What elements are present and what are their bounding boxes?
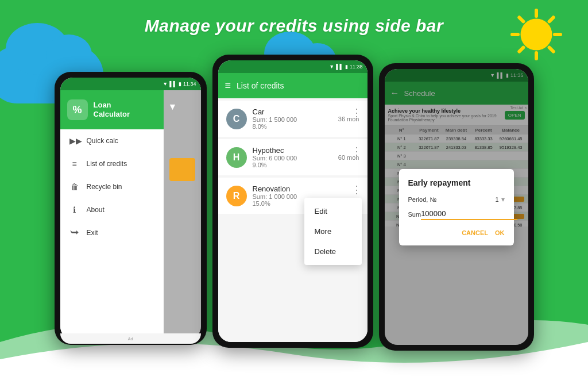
context-menu-more[interactable]: More	[304, 221, 362, 241]
credit-info-car: Car Sum: 1 500 000 8.0%	[253, 107, 332, 130]
action-button-hint	[169, 158, 195, 181]
about-label: About	[87, 206, 105, 214]
credit-item-hypothec[interactable]: H Hypothec Sum: 6 000 000 9.0% 60 mon ⋮	[218, 139, 368, 175]
dialog-title: Early repayment	[408, 178, 505, 187]
overlay-hint: ▼	[164, 90, 201, 124]
status-bar-2: ▼ ▌▌ ▮ 11:38	[218, 60, 368, 73]
phone-credits: ▼ ▌▌ ▮ 11:38 ≡ List of credits C Car Sum	[212, 55, 373, 348]
credit-percent-hypothec: 9.0%	[253, 162, 332, 168]
app-logo: %	[67, 99, 88, 120]
app-name: LoanCalculator	[94, 101, 130, 118]
sidebar-header: % LoanCalculator	[60, 90, 164, 129]
credit-avatar-renovation: R	[226, 186, 247, 206]
credits-list-title: List of credits	[237, 81, 284, 90]
context-menu-delete[interactable]: Delete	[304, 241, 362, 262]
time-display-2: 11:38	[350, 64, 363, 70]
phone-schedule: ▼ ▌▌ ▮ 11:35 ← Schedule Achieve your hea…	[379, 63, 534, 351]
battery-icon-2: ▮	[345, 64, 348, 70]
wifi-icon: ▼	[163, 81, 168, 87]
credit-name-car: Car	[253, 107, 332, 116]
list-icon: ≡	[69, 159, 80, 168]
credit-info-hypothec: Hypothec Sum: 6 000 000 9.0%	[253, 146, 332, 168]
sidebar-layout: % LoanCalculator ▶▶ Quick calc ≡ List of…	[60, 90, 201, 339]
sidebar-item-about[interactable]: ℹ About	[60, 198, 164, 221]
credit-sum-hypothec: Sum: 6 000 000	[253, 155, 332, 162]
percent-icon: %	[72, 104, 82, 116]
credit-avatar-car: C	[226, 109, 247, 129]
phones-container: ▼ ▌▌ ▮ 11:34 % LoanCalculator	[0, 55, 588, 351]
sidebar-overlay: ▼	[164, 90, 201, 339]
sum-label: Sum	[408, 211, 421, 218]
status-bar-1: ▼ ▌▌ ▮ 11:34	[60, 78, 201, 90]
battery-icon: ▮	[179, 81, 181, 87]
credit-sum-car: Sum: 1 500 000	[253, 116, 332, 123]
quickcalc-label: Quick calc	[87, 137, 118, 145]
signal-icon: ▌▌	[169, 81, 177, 87]
sidebar-menu: % LoanCalculator ▶▶ Quick calc ≡ List of…	[60, 90, 164, 339]
recyclebin-label: Recycle bin	[87, 183, 122, 191]
sum-input[interactable]	[421, 209, 517, 220]
sidebar-item-recyclebin[interactable]: 🗑 Recycle bin	[60, 175, 164, 198]
quickcalc-icon: ▶▶	[69, 136, 80, 145]
page-title: Manage your credits using side bar	[0, 16, 588, 36]
period-label: Period, №	[408, 196, 496, 203]
sidebar-item-listofcredits[interactable]: ≡ List of credits	[60, 152, 164, 175]
wifi-icon-2: ▼	[329, 64, 334, 70]
info-icon: ℹ	[69, 205, 80, 214]
credit-item-car[interactable]: C Car Sum: 1 500 000 8.0% 36 mon ⋮	[218, 101, 368, 137]
more-icon-renovation[interactable]: ⋮	[351, 183, 362, 196]
status-icons-1: ▼ ▌▌ ▮ 11:34	[163, 81, 196, 87]
sun-ray	[517, 45, 526, 54]
dialog-period-field: Period, № 1 ▾	[408, 195, 505, 203]
sidebar-item-quickcalc[interactable]: ▶▶ Quick calc	[60, 129, 164, 152]
more-icon-hypothec[interactable]: ⋮	[351, 145, 362, 157]
dropdown-icon: ▾	[501, 195, 505, 203]
signal-icon-2: ▌▌	[336, 64, 343, 70]
sun-ray	[547, 45, 556, 54]
dialog-actions: CANCEL OK	[408, 229, 505, 236]
phone-sidebar: ▼ ▌▌ ▮ 11:34 % LoanCalculator	[55, 72, 207, 345]
early-repayment-dialog: Early repayment Period, № 1 ▾ Sum CANCEL	[399, 169, 514, 245]
credit-name-renovation: Renovation	[253, 185, 359, 193]
sidebar-item-exit[interactable]: ⮩ Exit	[60, 221, 164, 244]
period-value-container: 1 ▾	[495, 195, 504, 203]
credit-percent-car: 8.0%	[253, 123, 332, 130]
ad-strip-1: Ad	[60, 333, 201, 344]
time-display-1: 11:34	[183, 81, 196, 87]
period-value: 1	[495, 196, 498, 203]
more-icon-car[interactable]: ⋮	[351, 106, 362, 119]
credit-item-renovation[interactable]: R Renovation Sum: 1 000 000 15.0% ⋮ Edit…	[218, 178, 368, 214]
dialog-overlay: Early repayment Period, № 1 ▾ Sum CANCEL	[385, 69, 528, 345]
cancel-button[interactable]: CANCEL	[462, 229, 488, 236]
context-menu: Edit More Delete	[304, 198, 362, 265]
credit-name-hypothec: Hypothec	[253, 146, 332, 155]
credits-list: C Car Sum: 1 500 000 8.0% 36 mon ⋮ H Hyp…	[218, 101, 368, 342]
app-bar-2: ≡ List of credits	[218, 73, 368, 98]
exit-label: Exit	[87, 229, 98, 237]
dialog-sum-field: Sum	[408, 209, 505, 220]
listofcredits-label: List of credits	[87, 160, 127, 168]
context-menu-edit[interactable]: Edit	[304, 201, 362, 221]
credit-avatar-hypothec: H	[226, 147, 247, 168]
status-icons-2: ▼ ▌▌ ▮ 11:38	[329, 64, 362, 70]
sun-circle	[521, 19, 552, 51]
trash-icon: 🗑	[69, 182, 80, 191]
hamburger-icon[interactable]: ≡	[225, 80, 231, 92]
ok-button[interactable]: OK	[495, 229, 505, 236]
exit-icon: ⮩	[69, 228, 80, 237]
